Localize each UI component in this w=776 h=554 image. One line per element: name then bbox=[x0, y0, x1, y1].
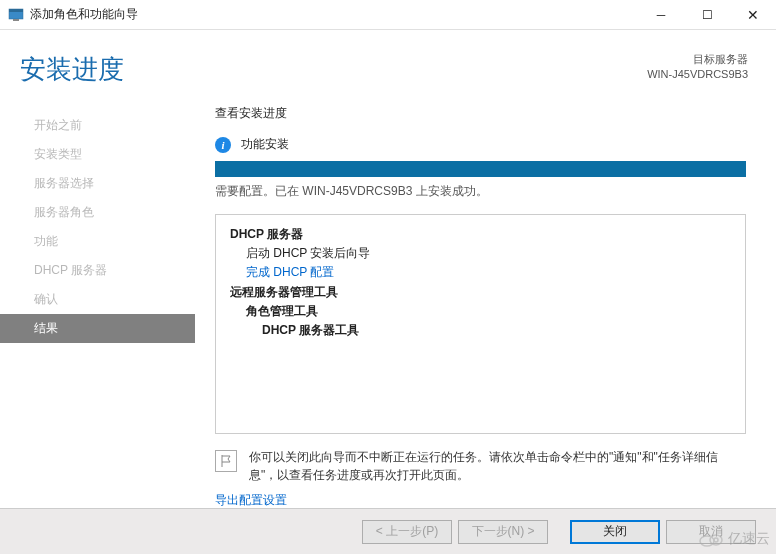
result-launch-wizard: 启动 DHCP 安装后向导 bbox=[230, 244, 731, 263]
previous-button: < 上一步(P) bbox=[362, 520, 452, 544]
wizard-footer: < 上一步(P) 下一步(N) > 关闭 取消 bbox=[0, 508, 776, 554]
svg-rect-2 bbox=[13, 19, 19, 21]
result-rsat: 远程服务器管理工具 bbox=[230, 283, 731, 302]
wizard-body: 开始之前 安装类型 服务器选择 服务器角色 功能 DHCP 服务器 确认 结果 … bbox=[0, 97, 776, 519]
result-role-tools: 角色管理工具 bbox=[230, 302, 731, 321]
app-icon bbox=[8, 7, 24, 23]
wizard-nav: 开始之前 安装类型 服务器选择 服务器角色 功能 DHCP 服务器 确认 结果 bbox=[0, 105, 195, 519]
watermark: 亿速云 bbox=[698, 530, 770, 548]
minimize-button[interactable]: ─ bbox=[638, 0, 684, 29]
svg-point-4 bbox=[710, 535, 722, 545]
nav-confirmation: 确认 bbox=[0, 285, 195, 314]
target-server-label: 目标服务器 bbox=[647, 52, 748, 67]
result-complete-config-link[interactable]: 完成 DHCP 配置 bbox=[230, 263, 731, 282]
maximize-button[interactable]: ☐ bbox=[684, 0, 730, 29]
wizard-main: 查看安装进度 i 功能安装 需要配置。已在 WIN-J45VDRCS9B3 上安… bbox=[195, 105, 776, 519]
status-row: i 功能安装 bbox=[215, 136, 746, 153]
target-server-info: 目标服务器 WIN-J45VDRCS9B3 bbox=[647, 52, 748, 83]
nav-results[interactable]: 结果 bbox=[0, 314, 195, 343]
nav-features: 功能 bbox=[0, 227, 195, 256]
nav-dhcp-server: DHCP 服务器 bbox=[0, 256, 195, 285]
progress-bar bbox=[215, 161, 746, 177]
window-controls: ─ ☐ ✕ bbox=[638, 0, 776, 29]
status-text: 需要配置。已在 WIN-J45VDRCS9B3 上安装成功。 bbox=[215, 183, 746, 200]
nav-server-roles: 服务器角色 bbox=[0, 198, 195, 227]
results-box: DHCP 服务器 启动 DHCP 安装后向导 完成 DHCP 配置 远程服务器管… bbox=[215, 214, 746, 434]
close-wizard-button[interactable]: 关闭 bbox=[570, 520, 660, 544]
close-button[interactable]: ✕ bbox=[730, 0, 776, 29]
watermark-text: 亿速云 bbox=[728, 530, 770, 548]
cloud-icon bbox=[698, 530, 724, 548]
nav-before-you-begin: 开始之前 bbox=[0, 111, 195, 140]
result-dhcp-server: DHCP 服务器 bbox=[230, 225, 731, 244]
export-config-link[interactable]: 导出配置设置 bbox=[215, 492, 746, 509]
hint-text: 你可以关闭此向导而不中断正在运行的任务。请依次单击命令栏中的"通知"和"任务详细… bbox=[249, 448, 746, 484]
titlebar: 添加角色和功能向导 ─ ☐ ✕ bbox=[0, 0, 776, 30]
hint-row: 你可以关闭此向导而不中断正在运行的任务。请依次单击命令栏中的"通知"和"任务详细… bbox=[215, 448, 746, 484]
info-icon: i bbox=[215, 137, 231, 153]
result-dhcp-tools: DHCP 服务器工具 bbox=[230, 321, 731, 340]
next-button: 下一步(N) > bbox=[458, 520, 548, 544]
target-server-name: WIN-J45VDRCS9B3 bbox=[647, 67, 748, 82]
svg-rect-1 bbox=[9, 9, 23, 12]
wizard-header: 安装进度 目标服务器 WIN-J45VDRCS9B3 bbox=[0, 30, 776, 97]
window-title: 添加角色和功能向导 bbox=[30, 6, 638, 23]
nav-server-selection: 服务器选择 bbox=[0, 169, 195, 198]
flag-icon bbox=[215, 450, 237, 472]
svg-point-5 bbox=[714, 538, 718, 542]
nav-installation-type: 安装类型 bbox=[0, 140, 195, 169]
progress-label: 查看安装进度 bbox=[215, 105, 746, 122]
status-heading: 功能安装 bbox=[241, 136, 289, 153]
page-title: 安装进度 bbox=[20, 52, 647, 87]
